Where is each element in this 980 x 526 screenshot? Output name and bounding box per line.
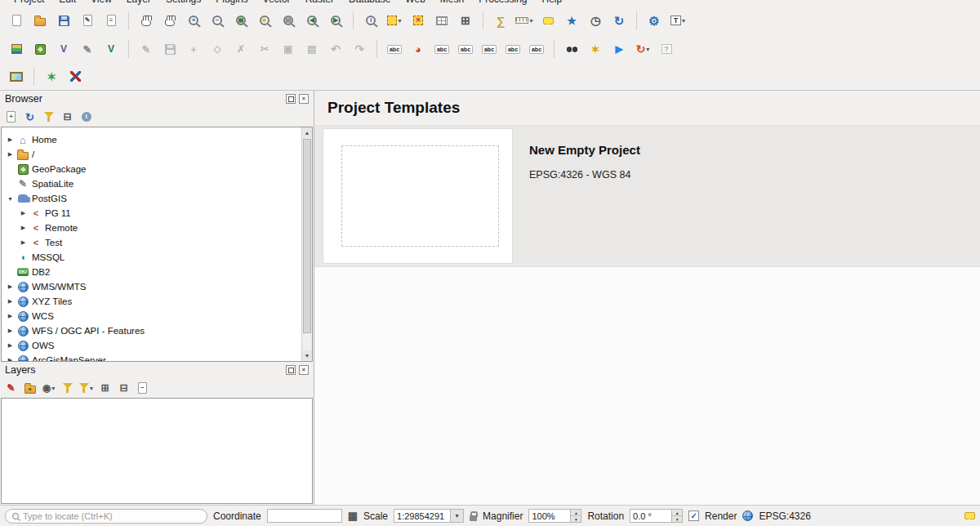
tree-item-mssql[interactable]: ◖MSSQL [2,250,312,265]
open-project-icon[interactable] [30,11,50,30]
scale-input[interactable] [394,509,451,523]
quick-tool-icon[interactable]: ✶ [586,39,605,59]
select-features-icon[interactable]: ▾ [385,11,404,30]
add-selected-layers-icon[interactable]: + [3,109,19,125]
scale-dropdown-icon[interactable]: ▾ [451,509,464,523]
vector-plugin-icon[interactable]: ✶ [42,67,61,87]
deselect-features-icon[interactable]: ✕ [408,11,428,30]
scroll-down-icon[interactable]: ▼ [302,350,312,361]
render-checkbox[interactable]: ✓ [688,510,699,521]
search-plugins-icon[interactable] [562,39,581,59]
highlight-labels-icon[interactable]: abc [456,39,475,59]
spin-up-icon[interactable]: ▲ [672,510,682,515]
spin-down-icon[interactable]: ▼ [672,515,682,522]
measure-icon[interactable]: ▾ [514,11,534,30]
save-project-icon[interactable] [54,11,74,30]
zoom-next-icon[interactable]: ▶ [326,11,345,30]
menu-web[interactable]: Web [399,0,431,6]
tree-item-remote[interactable]: ▶<Remote [2,221,312,235]
layer-labeling-icon[interactable]: abc [385,39,404,59]
tree-item-postgis[interactable]: ▼PostGIS [2,191,312,206]
show-properties-icon[interactable]: i [78,109,94,125]
close-panel-icon[interactable]: ✕ [299,365,309,375]
coordinate-input[interactable] [267,509,342,523]
pan-to-selection-icon[interactable] [160,11,180,30]
locate-input[interactable] [23,511,202,521]
expand-arrow-icon[interactable]: ▶ [5,136,16,143]
expand-arrow-icon[interactable]: ▶ [5,328,16,334]
open-layer-styling-icon[interactable]: ✎ [3,381,19,396]
spin-down-icon[interactable]: ▼ [571,515,581,522]
identify-features-icon[interactable]: i [361,11,381,30]
expand-arrow-icon[interactable]: ▶ [5,313,16,319]
tools-plugin-icon[interactable] [65,67,85,87]
expand-arrow-icon[interactable]: ▶ [5,151,16,158]
float-panel-icon[interactable] [286,365,296,375]
change-label-icon[interactable]: abc [527,39,546,59]
open-attribute-table-icon[interactable] [432,11,452,30]
crs-globe-icon[interactable] [742,510,753,521]
field-calculator-icon[interactable]: ⊞ [456,11,475,30]
messages-icon[interactable] [964,512,975,519]
menu-layer[interactable]: Layer [120,0,158,6]
statistical-summary-icon[interactable]: ∑ [491,11,510,30]
close-panel-icon[interactable]: ✕ [299,94,309,104]
magnifier-input[interactable] [528,509,571,523]
magnifier-spinbox[interactable]: ▲ ▼ [528,509,581,523]
expand-arrow-icon[interactable]: ▶ [18,239,29,246]
expand-all-icon[interactable]: ⊞ [97,381,113,396]
menu-processing[interactable]: Processing [472,0,533,6]
zoom-last-icon[interactable]: ◀ [302,11,322,30]
new-project-icon[interactable] [7,11,26,30]
menu-help[interactable]: Help [536,0,569,6]
temporal-controller-icon[interactable]: ◷ [586,11,605,30]
menu-view[interactable]: View [84,0,118,6]
tree-item-spatialite[interactable]: ✎SpatiaLite [2,176,312,191]
menu-mesh[interactable]: Mesh [434,0,470,6]
expand-arrow-icon[interactable]: ▶ [18,225,29,231]
tree-item-wms-wmts[interactable]: ▶WMS/WMTS [2,279,312,294]
menu-raster[interactable]: Raster [299,0,341,6]
collapse-all-icon[interactable]: ⊟ [60,109,75,125]
rotation-input[interactable] [630,509,672,523]
scroll-up-icon[interactable]: ▲ [302,127,312,138]
new-geopackage-icon[interactable] [30,39,50,59]
browser-scrollbar[interactable]: ▲ ▼ [301,127,312,361]
tree-item-ows[interactable]: ▶OWS [2,338,312,353]
new-print-layout-icon[interactable]: ✎ [78,11,97,30]
float-panel-icon[interactable] [286,94,296,104]
tree-item-geopackage[interactable]: GeoPackage [2,162,312,176]
layer-diagram-icon[interactable]: ◕ [408,39,428,59]
zoom-to-selection-icon[interactable]: ■ [255,11,274,30]
expand-arrow-icon[interactable]: ▶ [5,357,16,362]
tree-item-db2[interactable]: DB2DB2 [2,265,312,279]
rotation-spinbox[interactable]: ▲ ▼ [630,509,683,523]
expand-arrow-icon[interactable]: ▶ [5,283,16,290]
locate-box[interactable] [5,509,207,524]
collapse-all-layers-icon[interactable]: ⊟ [116,381,131,396]
menu-edit[interactable]: Edit [52,0,82,6]
layers-list-empty[interactable] [1,398,313,504]
tree-item-test[interactable]: ▶<Test [2,235,312,250]
menu-settings[interactable]: Settings [159,0,207,6]
new-virtual-layer-icon[interactable]: V [101,39,121,59]
zoom-full-icon[interactable]: ▣ [231,11,251,30]
tree-item-home[interactable]: ▶⌂Home [2,132,312,147]
show-layout-manager-icon[interactable]: ≡ [101,11,121,30]
map-view-icon[interactable] [7,67,26,87]
template-item[interactable]: New Empty Project EPSG:4326 - WGS 84 [314,126,980,267]
filter-legend-icon[interactable] [60,381,75,396]
lock-scale-icon[interactable] [470,515,477,521]
menu-vector[interactable]: Vector [256,0,297,6]
tree-item-pg-11[interactable]: ▶<PG 11 [2,206,312,221]
refresh-plugins-icon[interactable]: ↻▾ [633,39,653,59]
manage-map-themes-icon[interactable]: ◉▾ [41,381,56,396]
rotate-label-icon[interactable]: abc [503,39,523,59]
menu-database[interactable]: Database [342,0,397,6]
map-tips-icon[interactable] [538,11,558,30]
extents-icon[interactable]: ▦ [348,510,358,521]
processing-toolbox-icon[interactable]: ⚙ [644,11,664,30]
zoom-in-icon[interactable]: + [184,11,203,30]
new-shapefile-layer-icon[interactable]: V [54,39,74,59]
scale-combo[interactable]: ▾ [394,509,464,523]
